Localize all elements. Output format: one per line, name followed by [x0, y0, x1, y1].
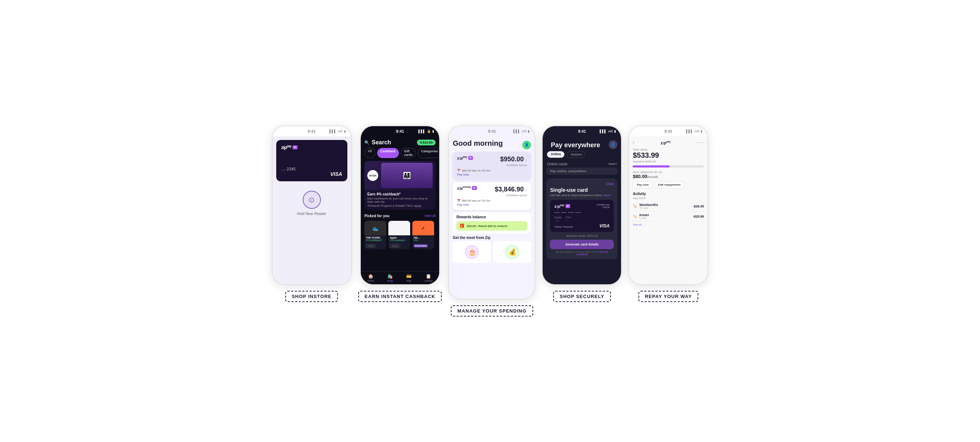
pay-everywhere-title: Pay everywhere [546, 138, 605, 151]
phones-container: 9:41 ▌▌▌ wifi ▮ zippay P [272, 125, 708, 317]
picked-header: Picked for you View all [361, 212, 439, 219]
pay-icon: 💳 [406, 274, 412, 279]
more-btn[interactable]: ··· [697, 139, 704, 146]
pay-online-bar: Pay online, everywhere [546, 168, 617, 175]
zipmoney-balance-card[interactable]: zipmoney P $3,846.90 › Available spend [453, 182, 531, 210]
edit-repayments-btn[interactable]: Edit repayments [655, 181, 684, 188]
nfc-circle: ⊙ [303, 191, 321, 209]
zipmoney-logo-row: zipmoney P [457, 185, 477, 190]
myer-cashback-text: Earn 4% cashback* [368, 192, 433, 196]
cashback-balance-badge: $ $10.00 [417, 139, 436, 146]
kmart-date: 1 May [639, 217, 649, 219]
nav-pay-label: Pay [407, 280, 411, 282]
how-link[interactable]: How? [608, 162, 617, 166]
pick-apple[interactable]: Apple 1% cashback Instore [388, 221, 410, 249]
kmart-amount: -$20.95 [693, 215, 704, 218]
phone-3-notch: 9:41 ▌▌▌ wifi ▮ [449, 126, 535, 136]
available-funds: Available funds: $452.90 [550, 234, 614, 238]
nav-home[interactable]: 🏠 Home [368, 274, 374, 282]
zippay-logo-text: zippay [457, 155, 467, 160]
woolworths-info: Woolworths 30 June [639, 203, 658, 209]
gm-card-2[interactable]: 💰 [493, 241, 531, 263]
phone-5: 9:41 ▌▌▌ wifi ▮ ‹ zippay ··· Total owing… [628, 125, 708, 285]
nfc-area: ⊙ Hold Near Reader [297, 191, 326, 216]
pay-now-2[interactable]: Pay now [457, 203, 527, 206]
user-avatar-btn[interactable]: 👤 [522, 141, 531, 149]
phone-1-label: SHOP INSTORE [285, 291, 338, 302]
hold-text: Hold Near Reader [297, 212, 326, 216]
view-all-link[interactable]: View all [424, 214, 436, 218]
filter-all[interactable]: All [364, 148, 375, 158]
filter-gift-cards[interactable]: Gift cards [401, 148, 416, 158]
repay-header: ‹ zippay ··· [633, 139, 704, 146]
single-use-section: Close Single-use card Use this card to s… [546, 178, 617, 259]
spending-screen: Good morning 👤 zippay P [449, 136, 535, 299]
phone-3-wrapper: 9:41 ▌▌▌ wifi ▮ Good morning 👤 [448, 125, 535, 317]
p-badge: P [293, 146, 297, 149]
shop-icon: 🛍️ [387, 274, 393, 279]
avatar-4[interactable]: 👤 [609, 140, 617, 149]
phone-1-notch: 9:41 ▌▌▌ wifi ▮ [273, 126, 351, 136]
get-most-section: Get the most from Zip 🎂 [453, 236, 531, 263]
phone-1-wrapper: 9:41 ▌▌▌ wifi ▮ zippay P [272, 125, 352, 302]
nike-img: ✓ [412, 221, 434, 235]
iconic-details: THE ICONIC 4% cashback* Online [364, 235, 386, 249]
single-use-how[interactable]: How? [603, 193, 611, 197]
dots-2: •••• [562, 211, 567, 214]
get-most-title: Get the most from Zip [453, 236, 531, 240]
chevron-1: › [525, 157, 527, 162]
woolworths-date: 30 June [639, 207, 658, 209]
phone-3: 9:41 ▌▌▌ wifi ▮ Good morning 👤 [448, 125, 535, 299]
woolworths-left: 🏷️ Woolworths 30 June [633, 203, 658, 209]
balance-right-2: $3,846.90 › Available spend [495, 185, 527, 197]
signal-icon-2: ▌▌▌ [418, 130, 425, 133]
search-bar-row: 🔍 Search $ $10.00 [361, 136, 439, 148]
generate-card-btn[interactable]: Generate card details [550, 240, 614, 249]
activity-date: July 2023 [633, 196, 704, 200]
balance-amount: $10.00 [423, 141, 433, 144]
phone-2-content: 🔍 Search $ $10.00 All Cashback Gift card… [361, 136, 439, 284]
expiry-label: Expiry [554, 216, 561, 219]
due-row-1: 📅 $40.00 due on 29 Oct [457, 169, 527, 172]
repay-actions: Pay now Edit repayments [633, 181, 704, 188]
nav-shop[interactable]: 🛍️ Shop [387, 274, 393, 282]
phone-4-content: Pay everywhere 👤 Online Instore Online c… [542, 136, 621, 284]
nike-cashback: 3%... [414, 239, 433, 241]
phone-3-time: 9:41 [488, 129, 496, 133]
nike-details: Nik... 3%... Ends 12hrs [412, 235, 434, 249]
myer-text-area: Earn 4% cashback* Earn cashbacks on your… [364, 190, 436, 209]
expiry-item: Expiry .../... [554, 216, 561, 222]
filter-categories[interactable]: Categories [418, 148, 439, 158]
progress-bar-fill [633, 165, 670, 168]
balance-right-1: $950.00 › Available spend [500, 155, 527, 167]
pay-now-1[interactable]: Pay now [457, 173, 527, 176]
dark-card-top: zippay P Limited use Virtual [554, 203, 609, 209]
rewards-title: Rewards balance [456, 215, 527, 219]
phone-4-notch: 9:41 ▌▌▌ wifi ▮ [542, 126, 621, 136]
pick-nike[interactable]: ✓ Nik... 3%... Ends 12hrs [412, 221, 434, 249]
get-most-cards: 🎂 💰 [453, 241, 531, 263]
close-btn[interactable]: Close [550, 182, 614, 185]
balance-top-1: zippay P $950.00 › Available spend [457, 155, 527, 167]
kmart-name: Kmart [639, 213, 649, 217]
picked-title: Picked for you [364, 214, 390, 218]
gm-card-1[interactable]: 🎂 [453, 241, 491, 263]
pick-iconic[interactable]: 👟 THE ICONIC 4% cashback* Online [364, 221, 386, 249]
pay-now-btn[interactable]: Pay now [633, 181, 652, 188]
activity-section: Activity July 2023 🏷️ Woolworths 30 June… [633, 192, 704, 226]
tab-instore[interactable]: Instore [566, 151, 585, 158]
tab-online[interactable]: Online [547, 151, 565, 158]
nav-pay[interactable]: 💳 Pay [406, 274, 412, 282]
back-btn[interactable]: ‹ [633, 140, 634, 145]
single-use-title: Single-use card [550, 187, 614, 193]
gift-icon: 🎁 [459, 223, 465, 228]
filter-cashback[interactable]: Cashback [377, 148, 399, 158]
signal-icon-3: ▌▌▌ [513, 130, 520, 133]
nav-shop-label: Shop [387, 280, 393, 282]
status-icons-3: ▌▌▌ wifi ▮ [513, 130, 530, 133]
search-label[interactable]: Search [372, 139, 415, 146]
see-all-link[interactable]: See all [633, 223, 704, 226]
iconic-tag: Online [366, 244, 375, 248]
zippay-balance-card[interactable]: zippay P $950.00 › Available spend [453, 152, 531, 180]
nav-activity[interactable]: 📋 Activity [425, 274, 433, 282]
